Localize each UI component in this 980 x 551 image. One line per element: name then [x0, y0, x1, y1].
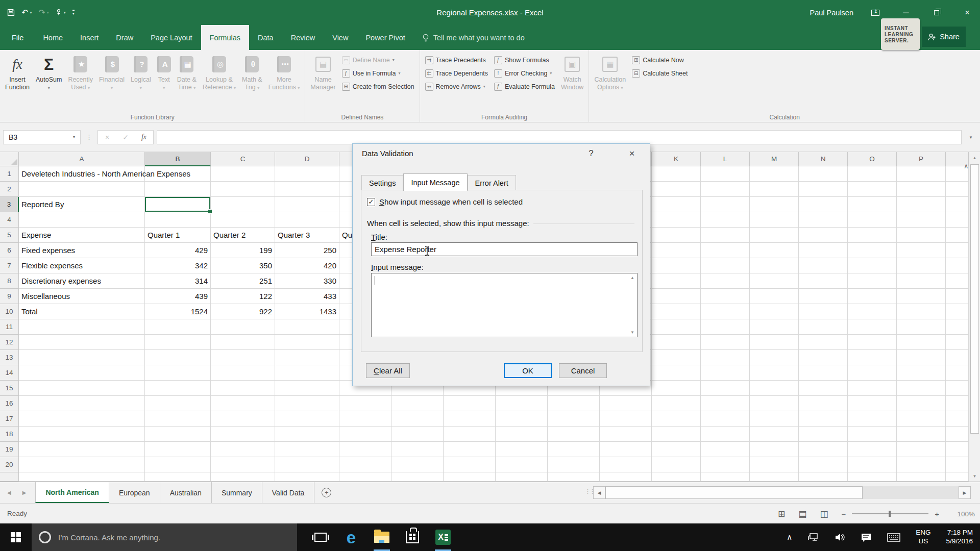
- column-header-B[interactable]: B: [145, 152, 211, 166]
- dropdown-icon[interactable]: ▾: [398, 71, 400, 76]
- cell-A10[interactable]: Total: [19, 304, 145, 319]
- cell-M2[interactable]: [750, 182, 799, 197]
- more-functions-button[interactable]: ⋯MoreFunctions ▾: [265, 53, 303, 91]
- dropdown-icon[interactable]: ▾: [393, 58, 395, 62]
- cell-B14[interactable]: [145, 365, 211, 381]
- cell-B19[interactable]: [145, 442, 211, 457]
- cell-M13[interactable]: [750, 350, 799, 365]
- cell-D5[interactable]: Quarter 3: [275, 228, 339, 243]
- row-header-8[interactable]: 8: [0, 273, 19, 289]
- cell-A5[interactable]: Expense: [19, 228, 145, 243]
- action-center-icon[interactable]: [861, 533, 872, 542]
- cell-D3[interactable]: [275, 197, 339, 212]
- language-indicator[interactable]: ENGUS: [916, 529, 930, 546]
- scroll-up-icon[interactable]: ▲: [969, 152, 980, 163]
- cell-J20[interactable]: [600, 457, 652, 472]
- cell-N19[interactable]: [799, 442, 848, 457]
- row-header-10[interactable]: 10: [0, 304, 19, 319]
- column-header-A[interactable]: A: [19, 152, 145, 166]
- cell-H20[interactable]: [496, 457, 548, 472]
- cell-B20[interactable]: [145, 457, 211, 472]
- tell-me-box[interactable]: Tell me what you want to do: [422, 25, 525, 50]
- sheet-tab-australian[interactable]: Australian: [160, 482, 212, 503]
- cell-D2[interactable]: [275, 182, 339, 197]
- cell-N10[interactable]: [799, 304, 848, 319]
- row-header-11[interactable]: 11: [0, 319, 19, 335]
- row-header-9[interactable]: 9: [0, 289, 19, 304]
- cell-H18[interactable]: [496, 427, 548, 442]
- cell-M5[interactable]: [750, 228, 799, 243]
- cell-C19[interactable]: [211, 442, 275, 457]
- cell-L19[interactable]: [701, 442, 750, 457]
- horizontal-scroll-thumb[interactable]: [605, 486, 863, 499]
- sheet-tab-valid-data[interactable]: Valid Data: [262, 482, 315, 503]
- cell-K2[interactable]: [652, 182, 701, 197]
- error-checking-button[interactable]: !Error Checking▾: [494, 68, 555, 78]
- cell-C20[interactable]: [211, 457, 275, 472]
- cell-O8[interactable]: [848, 273, 897, 289]
- cell-N9[interactable]: [799, 289, 848, 304]
- cell-L18[interactable]: [701, 427, 750, 442]
- name-box-dropdown-icon[interactable]: ▾: [68, 135, 80, 139]
- cell-E18[interactable]: [339, 427, 391, 442]
- text-button[interactable]: AText▾: [154, 53, 174, 91]
- dropdown-icon[interactable]: ▾: [550, 71, 552, 76]
- cell-H17[interactable]: [496, 411, 548, 427]
- sheet-tab-north-american[interactable]: North American: [35, 482, 109, 503]
- cell-N17[interactable]: [799, 411, 848, 427]
- cell-K6[interactable]: [652, 243, 701, 258]
- cell-B17[interactable]: [145, 411, 211, 427]
- insert-function-icon[interactable]: fx: [135, 133, 153, 141]
- cell-C1[interactable]: [211, 166, 275, 182]
- cell-O14[interactable]: [848, 365, 897, 381]
- cell-K5[interactable]: [652, 228, 701, 243]
- cell-M4[interactable]: [750, 212, 799, 228]
- cell-L15[interactable]: [701, 381, 750, 396]
- tab-draw[interactable]: Draw: [107, 25, 142, 50]
- start-button[interactable]: [0, 523, 32, 551]
- zoom-slider-thumb[interactable]: [889, 511, 891, 517]
- cell-B15[interactable]: [145, 381, 211, 396]
- cell-N1[interactable]: [799, 166, 848, 182]
- store-taskbar-button[interactable]: [397, 523, 428, 551]
- cell-I17[interactable]: [548, 411, 600, 427]
- cell-A19[interactable]: [19, 442, 145, 457]
- cell-D16[interactable]: [275, 396, 339, 411]
- cell-L11[interactable]: [701, 319, 750, 335]
- cell-K3[interactable]: [652, 197, 701, 212]
- cell-A8[interactable]: Discretionary expenses: [19, 273, 145, 289]
- calculation-options-button[interactable]: ▦CalculationOptions ▾: [591, 53, 629, 91]
- evaluate-formula-button[interactable]: ƒEvaluate Formula: [494, 82, 555, 91]
- ok-button[interactable]: OK: [504, 363, 552, 378]
- undo-button[interactable]: ↶▾: [21, 8, 32, 17]
- trace-precedents-button[interactable]: ⇉Trace Precedents: [425, 55, 488, 65]
- cell-D19[interactable]: [275, 442, 339, 457]
- cell-P1[interactable]: [897, 166, 946, 182]
- new-sheet-button[interactable]: +: [322, 482, 331, 503]
- cell-N15[interactable]: [799, 381, 848, 396]
- sheet-nav-next-icon[interactable]: ▶: [22, 490, 27, 495]
- cell-P8[interactable]: [897, 273, 946, 289]
- cell-A12[interactable]: [19, 335, 145, 350]
- cell-O15[interactable]: [848, 381, 897, 396]
- cancel-button[interactable]: Cancel: [559, 363, 607, 378]
- cell-M10[interactable]: [750, 304, 799, 319]
- cell-D11[interactable]: [275, 319, 339, 335]
- file-explorer-taskbar-button[interactable]: [366, 523, 397, 551]
- name-box[interactable]: B3 ▾: [3, 130, 81, 144]
- network-icon[interactable]: [807, 533, 819, 542]
- cell-D8[interactable]: 330: [275, 273, 339, 289]
- cell-O10[interactable]: [848, 304, 897, 319]
- cell-D20[interactable]: [275, 457, 339, 472]
- sheet-tab-european[interactable]: European: [109, 482, 160, 503]
- cell-L1[interactable]: [701, 166, 750, 182]
- cell-L10[interactable]: [701, 304, 750, 319]
- cell-D13[interactable]: [275, 350, 339, 365]
- cell-I19[interactable]: [548, 442, 600, 457]
- insert-function-button[interactable]: fxInsertFunction: [2, 53, 33, 91]
- cell-A6[interactable]: Fixed expenses: [19, 243, 145, 258]
- cell-D4[interactable]: [275, 212, 339, 228]
- cell-L4[interactable]: [701, 212, 750, 228]
- recently-used-button[interactable]: ★RecentlyUsed ▾: [65, 53, 96, 91]
- cancel-entry-icon[interactable]: ×: [98, 133, 116, 141]
